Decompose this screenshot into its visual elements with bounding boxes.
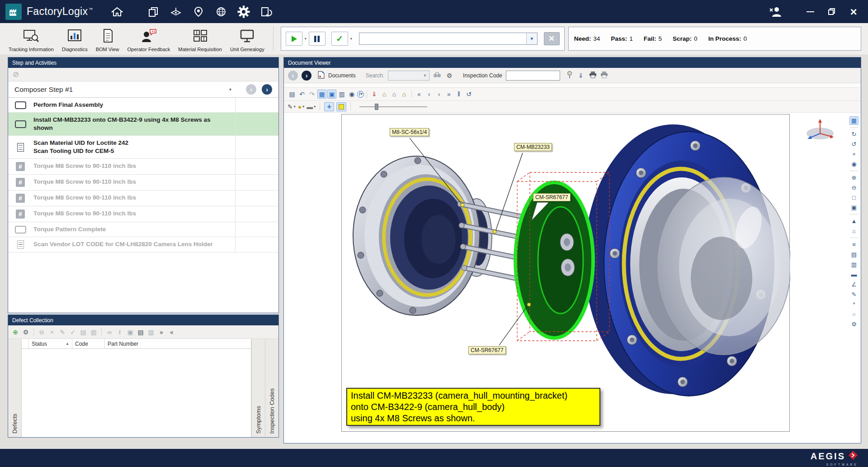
search-settings-icon[interactable]: ⚙ bbox=[445, 71, 454, 80]
edit-defect-icon[interactable]: ✎ bbox=[58, 328, 67, 337]
bom-view-button[interactable]: BOM View bbox=[92, 23, 123, 55]
photo-icon[interactable]: ◉ bbox=[347, 90, 356, 99]
pause-button[interactable] bbox=[309, 32, 326, 46]
undo-icon[interactable]: ↶ bbox=[297, 90, 307, 99]
defect-note-icon[interactable]: ▤ bbox=[79, 328, 88, 337]
home-icon[interactable] bbox=[109, 4, 125, 19]
close-button[interactable]: × bbox=[846, 5, 861, 19]
view-orientation-gizmo[interactable] bbox=[804, 117, 836, 144]
status-column-header[interactable]: Status▲ bbox=[29, 339, 72, 348]
attach-file-icon[interactable]: ℓ bbox=[115, 328, 124, 337]
collapse-caret-icon[interactable]: ▾ bbox=[229, 87, 231, 92]
look-around-icon[interactable]: ◉ bbox=[849, 160, 859, 168]
scan-repair-icon[interactable]: « bbox=[167, 328, 176, 337]
user-logout-icon[interactable] bbox=[768, 4, 783, 19]
open-document-icon[interactable]: ▤ bbox=[288, 90, 297, 99]
previous-page-icon[interactable]: ‹ bbox=[425, 90, 434, 99]
material-requisition-button[interactable]: Material Requisition bbox=[174, 23, 226, 55]
tab-symptoms[interactable]: Symptoms bbox=[251, 339, 265, 437]
zoom-out-icon[interactable]: ⊖ bbox=[849, 183, 859, 192]
export-pdf-icon[interactable]: ⇓ bbox=[370, 90, 379, 99]
tracking-information-button[interactable]: Tracking Information bbox=[5, 23, 58, 55]
print-preview-icon[interactable]: ▥ bbox=[146, 328, 156, 337]
unit-genealogy-button[interactable]: Unit Genealogy bbox=[226, 23, 269, 55]
home-top-icon[interactable]: ⌂ bbox=[400, 90, 409, 99]
image-tools-icon[interactable]: ▥ bbox=[337, 90, 346, 99]
search-dropdown-icon[interactable]: ▼ bbox=[421, 73, 429, 78]
search-combobox[interactable]: ▼ bbox=[388, 71, 429, 81]
previous-step-button[interactable]: ‹ bbox=[246, 84, 256, 95]
zoom-slider-handle[interactable] bbox=[375, 104, 378, 110]
step-row-6[interactable]: #Torque M8 Screw to 90-110 inch lbs bbox=[8, 191, 278, 206]
home-up-icon[interactable]: ⌂ bbox=[390, 90, 399, 99]
add-defect-icon[interactable]: ⊕ bbox=[11, 328, 20, 337]
tab-inspection-codes[interactable]: Inspection Codes bbox=[265, 339, 278, 437]
print-defects-icon[interactable]: ▤ bbox=[136, 328, 145, 337]
pen-tool-button[interactable]: ✎▾ bbox=[288, 103, 296, 110]
info-icon[interactable]: i▾ bbox=[357, 91, 364, 98]
clear-unit-button[interactable]: ✕ bbox=[544, 32, 560, 45]
next-step-button[interactable]: › bbox=[262, 84, 272, 95]
first-page-icon[interactable]: « bbox=[415, 90, 424, 99]
measure-icon[interactable]: ∠ bbox=[849, 280, 859, 289]
link-defect-icon[interactable]: ∞ bbox=[105, 328, 114, 337]
minimize-button[interactable] bbox=[803, 5, 817, 19]
unit-combobox[interactable]: ▼ bbox=[359, 33, 538, 45]
step-row-3[interactable]: Scan Material UID for Loctite 242 Scan T… bbox=[8, 136, 278, 159]
restore-button[interactable] bbox=[825, 5, 839, 19]
machine-icon[interactable] bbox=[168, 4, 184, 19]
export-list-icon[interactable]: ⇓ bbox=[576, 71, 585, 80]
diagnostics-button[interactable]: Diagnostics bbox=[58, 23, 92, 55]
last-page-icon[interactable]: » bbox=[444, 90, 453, 99]
home-level-icon[interactable]: ⌂ bbox=[380, 90, 389, 99]
location-pin-icon[interactable] bbox=[191, 4, 206, 19]
delete-defect-icon[interactable]: × bbox=[47, 328, 57, 337]
rotate-view-icon[interactable]: ↻ bbox=[849, 130, 859, 138]
page-thumbnails-icon[interactable]: ▦ bbox=[317, 90, 326, 99]
step-row-2[interactable]: Install CM-MB23233 onto CM-B3422-9 using… bbox=[8, 113, 278, 136]
camera-views-icon[interactable]: ○ bbox=[849, 310, 859, 319]
scan-defect-icon[interactable]: » bbox=[157, 328, 166, 337]
eraser-tool-button[interactable]: ▬▾ bbox=[307, 103, 316, 110]
redo-icon[interactable]: ↷ bbox=[307, 90, 316, 99]
print-document-icon[interactable] bbox=[589, 71, 597, 80]
cad-document-page[interactable]: M8-SC-56x1/4 CM-MB23233 CM-SR67677 CM-SR… bbox=[341, 114, 790, 432]
step-row-8[interactable]: Torque Pattern Complete bbox=[8, 222, 278, 237]
documents-label[interactable]: Documents bbox=[328, 72, 356, 79]
pan-view-icon[interactable]: + bbox=[849, 150, 859, 158]
pause-slideshow-icon[interactable]: ‖ bbox=[454, 90, 463, 99]
views-icon[interactable]: ▥ bbox=[849, 260, 859, 269]
next-page-icon[interactable]: › bbox=[434, 90, 443, 99]
highlighter-toggle[interactable] bbox=[336, 102, 346, 111]
defect-table-body[interactable] bbox=[22, 349, 251, 437]
complete-options-caret[interactable]: ▾ bbox=[350, 37, 352, 41]
zoom-slider[interactable] bbox=[359, 103, 427, 111]
layout-panes-icon[interactable]: ▦ bbox=[849, 116, 859, 125]
step-row-9[interactable]: Scan Vendor LOT CODE for CM-LH82820 Came… bbox=[8, 237, 278, 253]
operator-feedback-button[interactable]: Operator Feedback bbox=[123, 23, 174, 55]
defect-list-icon[interactable]: ▥ bbox=[89, 328, 98, 337]
orbit-view-icon[interactable]: ↺ bbox=[849, 140, 859, 148]
zoom-extents-icon[interactable]: ▣ bbox=[849, 203, 859, 212]
fit-page-icon[interactable]: ▣ bbox=[327, 90, 336, 99]
combobox-dropdown-icon[interactable]: ▼ bbox=[526, 33, 537, 44]
defect-image-icon[interactable]: ▣ bbox=[126, 328, 135, 337]
print-all-icon[interactable] bbox=[600, 71, 608, 80]
find-binoculars-icon[interactable] bbox=[433, 71, 441, 79]
step-row-7[interactable]: #Torque M8 Screw to 90-110 inch lbs bbox=[8, 206, 278, 222]
code-column-header[interactable]: Code bbox=[72, 339, 105, 348]
defect-settings-icon[interactable]: ⚙ bbox=[21, 328, 30, 337]
complete-button[interactable]: ✓ bbox=[331, 32, 348, 46]
part-number-column-header[interactable]: Part Number bbox=[105, 339, 251, 348]
zoom-window-icon[interactable]: □ bbox=[849, 193, 859, 202]
loop-icon[interactable]: ↺ bbox=[464, 90, 473, 99]
model-tree-icon[interactable]: ≡ bbox=[849, 240, 859, 249]
document-back-button[interactable]: ‹ bbox=[288, 71, 298, 81]
globe-icon[interactable] bbox=[213, 4, 229, 19]
markup-icon[interactable]: ✎ bbox=[849, 290, 859, 299]
layers-icon[interactable]: ▤ bbox=[849, 250, 859, 259]
step-row-1[interactable]: Perform Final Assembly bbox=[8, 98, 278, 113]
document-forward-button[interactable]: › bbox=[302, 71, 311, 81]
home-view-icon[interactable]: ⌂ bbox=[849, 227, 859, 235]
inspection-code-input[interactable] bbox=[506, 71, 560, 81]
